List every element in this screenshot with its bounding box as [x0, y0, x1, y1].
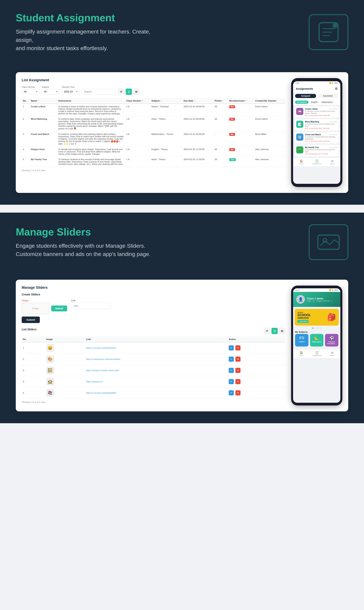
manage-sliders-title: Manage Sliders	[22, 286, 285, 290]
slider-list-view-button[interactable]: ☰	[272, 328, 278, 334]
cell-name: Count and Match	[29, 132, 57, 147]
filter-icon-1[interactable]: ⚙	[335, 87, 338, 91]
edit-slider-button[interactable]: ✏	[229, 345, 234, 350]
nav-menu-label-1: Menu	[330, 163, 334, 165]
dot-4	[318, 328, 319, 329]
nav-menu-1[interactable]: ⊞ Menu	[330, 159, 334, 165]
subject-filter: Subject All	[42, 86, 60, 95]
create-form-row: Image * Image Upload Link	[22, 299, 285, 314]
nav-assignments-1[interactable]: 📋 Assignments	[312, 159, 322, 165]
banner-learn-more[interactable]: Learn More	[298, 320, 309, 323]
phone-frame-2: 11:07 📶 🔋 98% 👤 Class 1 demo Class : 1A …	[291, 286, 342, 405]
delete-slider-button[interactable]: ✕	[235, 390, 240, 395]
edit-slider-button[interactable]: ✏	[229, 368, 234, 373]
a-desc-2: To reinforce basic Hindi vocabulary and …	[305, 123, 337, 125]
slider-cell-action: ✏ ✕	[228, 376, 285, 387]
edit-slider-button[interactable]: ✏	[229, 390, 234, 395]
session-year-select[interactable]: 2022-23	[62, 89, 79, 95]
slider-cell-link: https://1.envato.market/9gqdRe	[85, 387, 228, 399]
subject-select[interactable]: All	[42, 89, 60, 95]
assignment-cards: 🥁 Create a Beat 21-11-2023 To develop a …	[293, 106, 340, 156]
cell-class-section: 1 A	[125, 157, 150, 167]
delete-slider-button[interactable]: ✕	[235, 357, 240, 362]
assignment-card-1: 🥁 Create a Beat 21-11-2023 To develop a …	[295, 106, 339, 118]
svg-rect-6	[318, 235, 339, 249]
cell-instructions: To reinforce basic Hindi vocabulary and …	[57, 116, 125, 132]
tab-assigned[interactable]: Assigned	[295, 94, 316, 98]
dot-1	[312, 328, 313, 329]
profile-name: Class 1 demo	[307, 297, 332, 300]
chip-english[interactable]: English	[310, 101, 319, 104]
avatar: 👤	[296, 295, 305, 304]
cell-due-date: 2023-12-31 00:00:00	[182, 132, 213, 147]
cell-class-section: 1 A	[125, 147, 150, 157]
subject-english[interactable]: EN English	[295, 334, 309, 347]
profile-details: Class : 1A - English | Roll No : 1	[307, 300, 332, 302]
phone-tabs-1: Assigned Submitted	[293, 93, 340, 99]
a-subject-3: Mathematics	[305, 138, 337, 140]
image-upload-box: Image	[22, 303, 49, 314]
cell-due-date: 2024-02-25 11:59:00	[182, 157, 213, 167]
list-item: 3 🖼️ https://wrteam.in/cyber-week-sale/ …	[22, 365, 285, 376]
link-input[interactable]	[71, 303, 110, 309]
upload-button[interactable]: Upload	[51, 305, 67, 311]
cell-instructions: To reinforce counting skills and matchin…	[57, 132, 125, 147]
svg-text:✓: ✓	[334, 24, 337, 28]
slider-cell-no: 3	[22, 365, 45, 376]
assignment-table-panel: List Assignment Class Section All Subjec…	[22, 78, 285, 172]
subject-math[interactable]: 📐 Mathematics	[310, 334, 324, 347]
delete-slider-button[interactable]: ✕	[235, 345, 240, 350]
hero-icon-box-1: ✓	[309, 14, 348, 50]
dot-3	[316, 328, 317, 329]
delete-slider-button[interactable]: ✕	[235, 368, 240, 373]
slider-col-image: Image	[45, 336, 85, 342]
slider-cell-action: ✏ ✕	[228, 354, 285, 365]
slider-cell-no: 1	[22, 342, 45, 354]
tab-submitted[interactable]: Submitted	[317, 94, 338, 98]
nav-assignments-label-2: Assignments	[312, 355, 322, 356]
nav-home-label-1: Home	[299, 163, 303, 165]
assignment-card-4: 🌳 My Family Tree 21-11-2023 To introduce…	[295, 145, 339, 156]
sliders-panel: Manage Sliders Create Sliders Image * Im…	[16, 280, 348, 411]
assignment-info-3: Count and Match 21-11-2023 To reinforce …	[305, 134, 337, 142]
list-item: 5 📚 https://1.envato.market/9gqdRe ✏ ✕	[22, 387, 285, 399]
class-section-select[interactable]: All	[22, 89, 39, 95]
list-sliders-title: List Sliders	[22, 328, 37, 331]
cell-no: 4	[22, 147, 29, 157]
slider-cell-image: 🎨	[45, 354, 85, 365]
nav-home-1[interactable]: 🏠 Home	[299, 159, 303, 165]
hero-description-1: Simplify assignment management for teach…	[16, 28, 154, 53]
edit-slider-button[interactable]: ✏	[229, 357, 234, 362]
cell-no: 1	[22, 104, 29, 116]
list-view-button[interactable]: ☰	[126, 89, 132, 95]
chip-mathematics[interactable]: Mathematics	[320, 101, 334, 104]
assignments-table: No. Name ↑ Instructions Class Section ↑ …	[22, 98, 285, 167]
search-group	[82, 86, 116, 95]
delete-slider-button[interactable]: ✕	[235, 379, 240, 384]
phone-status-bar-2: 11:07 📶 🔋 98%	[293, 288, 340, 292]
math-icon: 📐	[314, 336, 319, 340]
subject-pe[interactable]: ⚽ Physical Education...	[325, 334, 338, 347]
a-subject-2: Hindi	[305, 125, 337, 127]
hero-highlight-text: Assignment	[56, 12, 115, 24]
slider-refresh-button[interactable]: ⟳	[264, 328, 270, 334]
dot-5	[320, 328, 321, 329]
slider-cell-no: 4	[22, 376, 45, 387]
refresh-button[interactable]: ⟳	[118, 89, 125, 95]
image-label: Image *	[22, 299, 67, 302]
search-input[interactable]	[82, 89, 116, 95]
edit-slider-button[interactable]: ✏	[229, 379, 234, 384]
nav-menu-2[interactable]: ⊞ Menu	[330, 351, 334, 356]
slider-grid-view-button[interactable]: ⊞	[279, 328, 285, 334]
phone-screen-2: 11:07 📶 🔋 98% 👤 Class 1 demo Class : 1A …	[293, 288, 340, 403]
grid-view-button[interactable]: ⊞	[133, 89, 140, 95]
nav-assignments-2[interactable]: 📋 Assignments	[312, 351, 322, 356]
nav-home-2[interactable]: 🏠 Home	[299, 351, 303, 356]
hero-section-2: Manage Sliders Engage students effective…	[0, 213, 364, 272]
cell-name: Create a Beat	[29, 104, 57, 116]
menu-icon-1: ⊞	[331, 159, 334, 163]
cell-subject: English - Theory	[150, 147, 182, 157]
submit-button[interactable]: Submit	[22, 317, 40, 323]
cell-points: -	[213, 132, 228, 147]
chip-all-subjects[interactable]: All Subjects	[295, 101, 309, 104]
